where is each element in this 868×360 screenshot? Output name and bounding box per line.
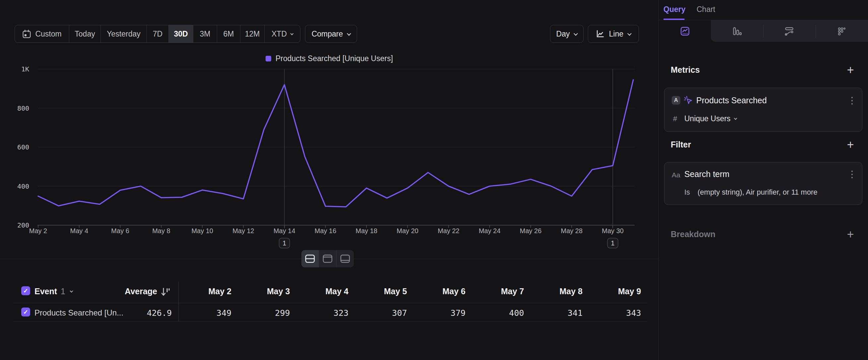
bar-chart-icon: [732, 26, 742, 36]
y-axis-label: 1K: [21, 65, 29, 73]
layout-toggle: [301, 250, 354, 267]
date-column-header: May 2: [182, 286, 231, 296]
chart-type-tab-bar[interactable]: [711, 20, 763, 42]
tab-chart-label: Chart: [696, 5, 715, 14]
layout-table-only-button[interactable]: [337, 250, 354, 267]
aggregation-label: Unique Users: [684, 114, 731, 123]
tab-chart[interactable]: Chart: [696, 0, 715, 19]
range-label: 12M: [245, 30, 260, 38]
chevron-down-icon: [290, 32, 294, 35]
table-row-divider: [13, 321, 647, 322]
range-30d[interactable]: 30D: [169, 25, 193, 43]
metric-card[interactable]: A Products Searched ⋮ # Unique Users: [664, 88, 862, 132]
row-checkbox[interactable]: ✓: [21, 307, 30, 316]
range-yesterday[interactable]: Yesterday: [101, 25, 147, 43]
date-cell-value: 341: [533, 308, 583, 318]
annotation-badge-label: 1: [611, 240, 615, 247]
active-tab-underline: [663, 19, 685, 20]
chart-type-button[interactable]: Line: [588, 25, 639, 43]
y-axis-label: 200: [17, 221, 29, 229]
date-column-header: May 4: [299, 286, 348, 296]
filter-menu-button[interactable]: ⋮: [847, 170, 857, 179]
range-xtd[interactable]: XTD: [265, 25, 300, 43]
compare-button[interactable]: Compare: [305, 25, 357, 43]
range-custom[interactable]: Custom: [15, 25, 69, 43]
range-label: 3M: [200, 30, 211, 38]
chevron-down-icon: [70, 289, 73, 293]
layout-split-button[interactable]: [301, 250, 319, 267]
range-7d[interactable]: 7D: [147, 25, 169, 43]
filter-card[interactable]: Aa Search term ⋮ Is (empty string), Air …: [664, 162, 862, 205]
chart-legend[interactable]: Products Searched [Unique Users]: [0, 54, 658, 63]
range-6m[interactable]: 6M: [217, 25, 240, 43]
add-filter-button[interactable]: +: [845, 139, 856, 150]
filter-value[interactable]: (empty string), Air purifier, or 11 more: [698, 188, 817, 197]
average-value: 426.9: [105, 308, 172, 318]
chevron-down-icon: [627, 31, 631, 35]
date-cell-value: 343: [591, 308, 641, 318]
date-cell-value: 349: [182, 308, 231, 318]
y-axis-label: 800: [17, 104, 29, 112]
range-3m[interactable]: 3M: [193, 25, 217, 43]
metrics-heading: Metrics: [671, 65, 700, 75]
table-column-divider: [178, 282, 179, 322]
chart-type-tab-retention[interactable]: [816, 20, 868, 42]
x-axis-label: May 30: [602, 227, 624, 234]
add-breakdown-button[interactable]: +: [845, 229, 856, 240]
flows-icon: [784, 26, 795, 36]
x-axis-label: May 20: [397, 227, 418, 234]
x-axis-label: May 12: [232, 227, 254, 234]
date-cell-value: 307: [358, 308, 407, 318]
select-all-checkbox[interactable]: ✓: [21, 286, 30, 295]
granularity-button[interactable]: Day: [550, 25, 584, 43]
metric-menu-button[interactable]: ⋮: [847, 96, 857, 105]
string-property-icon: Aa: [672, 171, 680, 179]
chart-type-label: Line: [609, 30, 623, 38]
average-column-header: Average: [91, 286, 157, 296]
chart-type-tab-strip: [711, 20, 868, 42]
date-cell-value: 379: [416, 308, 465, 318]
range-today[interactable]: Today: [69, 25, 101, 43]
chevron-down-icon: [347, 31, 351, 35]
click-event-icon: [684, 95, 693, 105]
range-label: Yesterday: [107, 30, 140, 38]
x-axis-label: May 8: [152, 227, 170, 234]
date-column-header: May 8: [533, 286, 583, 296]
date-column-header: May 3: [240, 286, 290, 296]
date-range-control: CustomTodayYesterday7D30D3M6M12MXTD: [14, 25, 300, 43]
chart-type-tab-insights[interactable]: [659, 20, 711, 42]
calendar-icon: [22, 30, 31, 38]
range-label: 6M: [223, 30, 234, 38]
range-label: Custom: [35, 30, 61, 38]
date-column-header: May 6: [416, 286, 465, 296]
range-label: XTD: [272, 30, 287, 38]
series-line[interactable]: [38, 80, 633, 207]
chevron-down-icon: [574, 31, 578, 35]
sort-descending-icon[interactable]: [161, 287, 170, 297]
x-axis-label: May 18: [356, 227, 378, 234]
x-axis-label: May 22: [438, 227, 460, 234]
x-axis-label: May 16: [315, 227, 337, 234]
layout-chart-only-button[interactable]: [319, 250, 337, 267]
x-axis-label: May 14: [274, 227, 296, 234]
date-column-header: May 5: [358, 286, 407, 296]
aggregation-dropdown[interactable]: Unique Users: [684, 114, 737, 123]
x-axis-label: May 26: [520, 227, 542, 234]
metric-name: Products Searched: [696, 95, 767, 105]
x-axis-label: May 10: [191, 227, 213, 234]
range-label: Today: [74, 30, 95, 38]
range-label: 30D: [174, 30, 188, 38]
chart-type-tab-flows[interactable]: [763, 20, 816, 42]
filter-operator[interactable]: Is: [684, 188, 690, 197]
compare-label: Compare: [312, 30, 343, 38]
x-axis-label: May 6: [111, 227, 129, 234]
chevron-down-icon: [734, 116, 737, 120]
add-metric-button[interactable]: +: [845, 64, 856, 76]
event-column-dropdown[interactable]: Event 1: [34, 286, 72, 296]
analytics-app: CustomTodayYesterday7D30D3M6M12MXTD Comp…: [0, 0, 868, 360]
y-axis-label: 400: [17, 182, 29, 190]
x-axis-label: May 28: [561, 227, 583, 234]
range-12m[interactable]: 12M: [240, 25, 265, 43]
tab-query[interactable]: Query: [663, 0, 685, 19]
insights-line-chart-icon: [680, 26, 690, 36]
